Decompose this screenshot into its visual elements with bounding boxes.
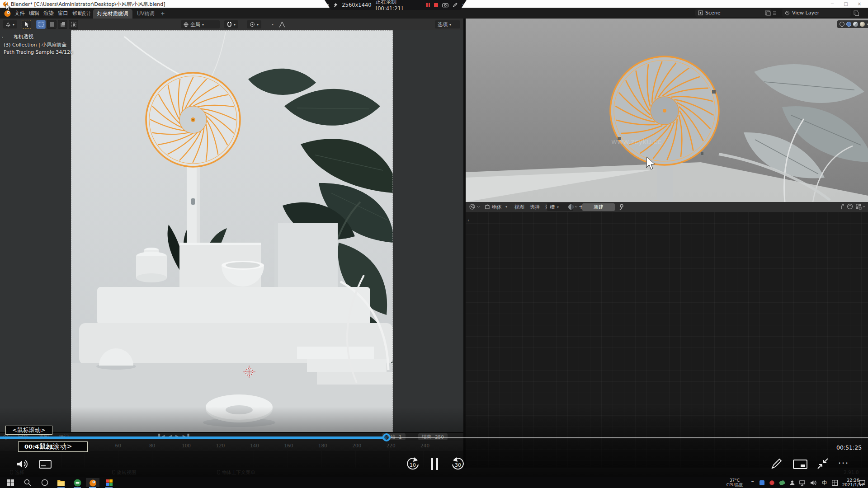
player-progress-remaining[interactable] [391,437,868,438]
view-layer-selector[interactable]: View Layer [782,9,851,17]
minimize-button[interactable]: ─ [826,0,838,7]
shader-editor-type-icon[interactable] [469,204,480,210]
snap-dropdown[interactable]: ▾ [224,20,238,28]
camera-render-view[interactable] [71,30,393,433]
tick-label: 100 [169,443,203,448]
shading-rendered-icon[interactable] [860,22,865,27]
tick-label: 60 [101,443,135,448]
tray-green-app-icon[interactable] [779,480,785,486]
menu-edit[interactable]: 编辑 [29,10,39,17]
exit-fullscreen-icon[interactable] [816,457,829,470]
falloff-curve-icon[interactable] [278,22,286,28]
timeline-track-area[interactable] [0,451,463,468]
shading-solid-icon[interactable] [846,22,851,27]
view-layer-copy-icon[interactable] [854,10,859,16]
shader-header-right-icons[interactable] [839,203,865,210]
proportional-edit-dropdown[interactable]: ▾ [247,20,261,28]
tray-user-icon[interactable] [789,480,795,486]
material-icon[interactable] [568,204,578,210]
scene-icon [698,10,703,15]
windows-taskbar: 37°C CPU温度 ^ 中 22:26 2021/1/17 [0,477,868,488]
editor-type-dropdown[interactable]: ▾ [3,20,17,28]
notification-center-icon[interactable] [859,480,865,486]
transform-orientation-dropdown[interactable]: 全局 ▾ [181,20,220,28]
close-button[interactable]: × [854,0,865,7]
player-current-time: 00:41:21 [24,443,54,450]
sidebar-toggle-arrow[interactable]: › [1,34,3,40]
view-layer-name: View Layer [792,10,819,16]
viewport-solid[interactable]: www.zcyku.cc [466,19,868,202]
tray-volume-icon[interactable] [810,480,817,486]
rewind-10-button[interactable]: 10 [405,456,420,472]
shader-menu-select[interactable]: 选择 [530,204,540,211]
recorder-draw-icon[interactable] [453,2,458,8]
new-material-button[interactable]: 新建 [582,203,615,211]
cpu-temperature-value: 37°C [722,478,747,483]
status-hint-rotate-view: 旋转视图 [112,469,136,476]
select-mode-circle-button[interactable] [58,20,67,29]
tab-light-material[interactable]: 灯光材质微调 [93,9,132,19]
scene-copy-icon[interactable] [765,10,777,16]
scene-selector[interactable]: Scene [695,9,771,17]
shading-material-icon[interactable] [853,22,858,27]
start-button[interactable] [4,478,17,487]
tick-label: 140 [237,443,271,448]
cpu-temperature-widget[interactable]: 37°C CPU温度 [722,478,747,487]
annotate-pencil-icon[interactable] [770,457,783,470]
mouse-cursor-top [5,4,12,11]
taskbar-green-app-icon[interactable] [71,478,84,487]
sidebar-toggle-arrow[interactable]: ‹ [467,217,469,223]
player-progress-filled[interactable] [0,436,387,439]
maximize-button[interactable]: □ [840,0,852,7]
select-mode-box-button[interactable] [47,20,57,29]
options-dropdown[interactable]: 选项 ▾ [435,20,460,28]
active-tool-button[interactable] [22,20,31,29]
shader-editor-canvas[interactable]: ‹ [466,212,868,468]
tray-blue-app-icon[interactable] [760,480,764,485]
pause-button[interactable] [431,458,439,470]
recorder-stop-button[interactable] [434,3,438,7]
shader-menu-view[interactable]: 视图 [514,204,524,211]
taskbar-blender-icon[interactable] [86,478,99,487]
pause-bar [431,458,433,470]
player-progress-knob[interactable] [382,433,391,441]
menu-window[interactable]: 窗口 [58,10,68,17]
recorder-pause-button[interactable] [426,3,430,7]
screen: Blender* [C:\Users\Administrator\Desktop… [0,0,868,488]
forward-30-button[interactable]: 30 [450,456,466,472]
new-material-label: 新建 [594,204,604,210]
volume-icon[interactable] [16,459,29,469]
select-mode-lasso-button[interactable] [69,20,78,29]
tray-recording-icon[interactable] [769,480,774,485]
more-options-button[interactable]: ··· [838,458,849,468]
menu-file[interactable]: 文件 [14,10,25,17]
tab-uv-edit[interactable]: UV精调 [133,9,159,19]
menu-render[interactable]: 渲染 [43,10,54,17]
taskbar-cortana-icon[interactable] [38,478,52,487]
select-mode-tweak-button[interactable] [36,20,46,29]
mouse-left-icon [10,470,13,474]
tray-network-icon[interactable] [799,480,806,486]
tray-expand-chevron[interactable]: ^ [750,480,755,486]
mouse-middle-icon [112,470,115,474]
pin-icon[interactable] [618,204,624,210]
key-overlay-mouse-scroll-1: <鼠标滚动> [5,426,52,435]
shading-wireframe-icon[interactable] [840,22,844,27]
watermark-text: www.zcyku.cc [611,137,661,146]
recorder-pin-icon[interactable] [334,2,338,8]
taskbar-search-icon[interactable] [21,478,34,487]
tab-design[interactable]: 设计 [77,9,95,19]
taskbar-grid-app-icon[interactable] [102,478,116,487]
shader-mode-dropdown[interactable]: 物体 [492,204,502,211]
mini-player-icon[interactable] [793,460,807,469]
timeline-tick-labels: 40 60 80 100 120 140 160 180 200 220 240 [67,443,443,448]
ime-language-indicator[interactable]: 中 [822,479,827,487]
recorder-screenshot-icon[interactable] [442,3,448,8]
add-workspace-button[interactable]: + [156,9,169,19]
view-layer-icon [785,10,790,15]
viewport-shading-switcher[interactable]: ▾ [837,20,868,28]
taskbar-file-explorer-icon[interactable] [54,478,68,487]
ime-mode-icon[interactable] [832,480,838,486]
orientation-label: 全局 [190,21,200,28]
playlist-panel-icon[interactable] [39,460,52,469]
